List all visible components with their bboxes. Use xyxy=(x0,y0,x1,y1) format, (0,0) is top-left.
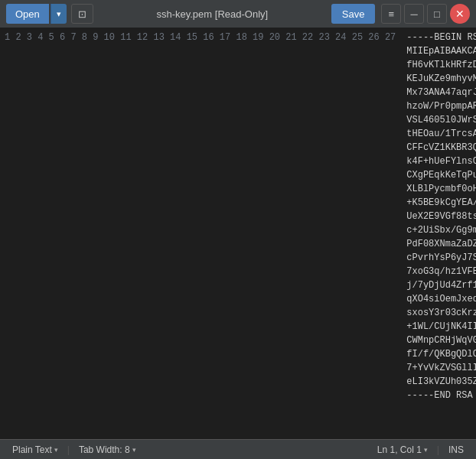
line-numbers: 1 2 3 4 5 6 7 8 9 10 11 12 13 14 15 16 1… xyxy=(0,31,400,436)
tabwidth-label: Tab Width: 8 xyxy=(79,444,130,455)
statusbar-right: Ln 1, Col 1 ▾ | INS xyxy=(374,443,467,457)
cursor-chevron: ▾ xyxy=(424,446,428,454)
window-title: ssh-key.pem [Read-Only] xyxy=(93,8,331,20)
minimize-icon: ─ xyxy=(410,8,417,20)
maximize-button[interactable]: □ xyxy=(427,4,447,24)
tabwidth-selector[interactable]: Tab Width: 8 ▾ xyxy=(76,443,139,457)
filetype-selector[interactable]: Plain Text ▾ xyxy=(9,443,61,457)
cursor-label: Ln 1, Col 1 xyxy=(377,444,422,455)
pin-icon: ⊡ xyxy=(78,8,86,20)
editor: 1 2 3 4 5 6 7 8 9 10 11 12 13 14 15 16 1… xyxy=(0,28,476,439)
pin-button[interactable]: ⊡ xyxy=(71,4,93,24)
titlebar-right: Save ≡ ─ □ ✕ xyxy=(331,4,470,24)
open-button[interactable]: Open xyxy=(6,4,49,24)
code-area[interactable]: -----BEGIN RSA PRIVATE KEY----- MIIEpAIB… xyxy=(400,31,476,436)
open-dropdown-button[interactable]: ▾ xyxy=(51,4,67,24)
filetype-chevron: ▾ xyxy=(54,446,58,454)
maximize-icon: □ xyxy=(434,8,440,20)
status-divider-1: | xyxy=(67,444,70,455)
encoding-indicator[interactable]: INS xyxy=(445,443,467,457)
close-icon: ✕ xyxy=(455,8,465,20)
editor-content[interactable]: 1 2 3 4 5 6 7 8 9 10 11 12 13 14 15 16 1… xyxy=(0,28,476,439)
save-button[interactable]: Save xyxy=(331,4,376,24)
minimize-button[interactable]: ─ xyxy=(404,4,424,24)
status-divider-2: | xyxy=(437,444,439,455)
tabwidth-chevron: ▾ xyxy=(132,446,136,454)
titlebar: Open ▾ ⊡ ssh-key.pem [Read-Only] Save ≡ … xyxy=(0,0,476,28)
titlebar-left: Open ▾ ⊡ xyxy=(6,4,93,24)
encoding-label: INS xyxy=(448,444,464,455)
menu-button[interactable]: ≡ xyxy=(381,4,401,24)
cursor-position[interactable]: Ln 1, Col 1 ▾ xyxy=(374,443,431,457)
statusbar: Plain Text ▾ | Tab Width: 8 ▾ Ln 1, Col … xyxy=(0,439,476,459)
close-button[interactable]: ✕ xyxy=(450,4,470,24)
filetype-label: Plain Text xyxy=(12,444,52,455)
